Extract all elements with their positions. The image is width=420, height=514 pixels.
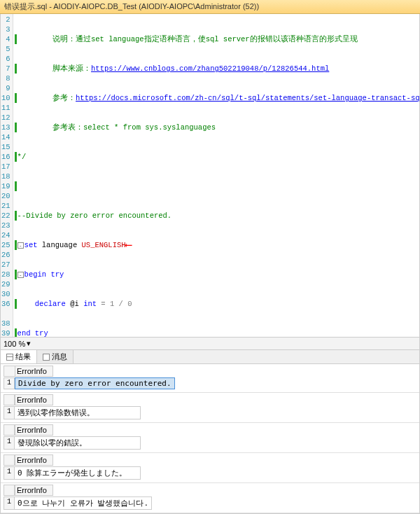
cell-value[interactable]: 發現除以零的錯誤。 bbox=[15, 436, 141, 450]
result-grid-2: ErrorInfo 1發現除以零的錯誤。 bbox=[1, 423, 419, 453]
zoom-control[interactable]: 100 %▾ bbox=[0, 338, 420, 350]
results-tabs: 结果 消息 bbox=[1, 350, 419, 364]
column-header[interactable]: ErrorInfo bbox=[15, 394, 53, 405]
chevron-down-icon[interactable]: ▾ bbox=[27, 339, 31, 348]
cell-value[interactable]: Divide by zero error encountered. bbox=[15, 377, 175, 389]
table-row[interactable]: 10으로 나누기 오류가 발생했습니다. bbox=[4, 496, 416, 510]
tab-messages[interactable]: 消息 bbox=[37, 350, 74, 363]
title-bar: 错误提示.sql - AIODIY-AIOPC.DB_Test (AIODIY-… bbox=[0, 0, 420, 14]
table-row[interactable]: 1遇到以零作除数错误。 bbox=[4, 406, 416, 419]
result-grid-0: ErrorInfo 1Divide by zero error encounte… bbox=[1, 364, 419, 393]
result-grid-4: ErrorInfo 10으로 나누기 오류가 발생했습니다. bbox=[1, 483, 419, 513]
cell-value[interactable]: 遇到以零作除数错误。 bbox=[15, 406, 141, 419]
results-pane: 结果 消息 ErrorInfo 1Divide by zero error en… bbox=[0, 350, 420, 514]
table-row[interactable]: 10 除算エラーが発生しました。 bbox=[4, 466, 416, 480]
arrow-icon: ⟵ bbox=[126, 240, 132, 250]
code-text[interactable]: 说明：通过set language指定语种语言，使sql server的报错以该… bbox=[13, 14, 420, 337]
column-header[interactable]: ErrorInfo bbox=[15, 366, 53, 377]
fold-toggle[interactable]: - bbox=[18, 272, 24, 278]
code-editor[interactable]: 2345678910111213141516171819202122232425… bbox=[0, 14, 420, 338]
grid-icon bbox=[6, 354, 13, 361]
cell-value[interactable]: 0으로 나누기 오류가 발생했습니다. bbox=[15, 496, 152, 510]
link-msdocs[interactable]: https://docs.microsoft.com/zh-cn/sql/t-s… bbox=[76, 93, 420, 103]
column-header[interactable]: ErrorInfo bbox=[15, 454, 53, 466]
fold-toggle[interactable]: - bbox=[18, 242, 24, 249]
table-row[interactable]: 1發現除以零的錯誤。 bbox=[4, 436, 416, 450]
tab-results[interactable]: 结果 bbox=[1, 350, 37, 363]
message-icon bbox=[43, 354, 50, 361]
link-cnblogs[interactable]: https://www.cnblogs.com/zhang502219048/p… bbox=[91, 64, 329, 74]
column-header[interactable]: ErrorInfo bbox=[15, 485, 53, 496]
result-grid-3: ErrorInfo 10 除算エラーが発生しました。 bbox=[1, 453, 419, 483]
cell-value[interactable]: 0 除算エラーが発生しました。 bbox=[15, 466, 141, 480]
line-number-gutter: 2345678910111213141516171819202122232425… bbox=[1, 14, 13, 337]
table-row[interactable]: 1Divide by zero error encountered. bbox=[4, 377, 416, 389]
column-header[interactable]: ErrorInfo bbox=[15, 424, 53, 436]
result-grid-1: ErrorInfo 1遇到以零作除数错误。 bbox=[1, 393, 419, 423]
